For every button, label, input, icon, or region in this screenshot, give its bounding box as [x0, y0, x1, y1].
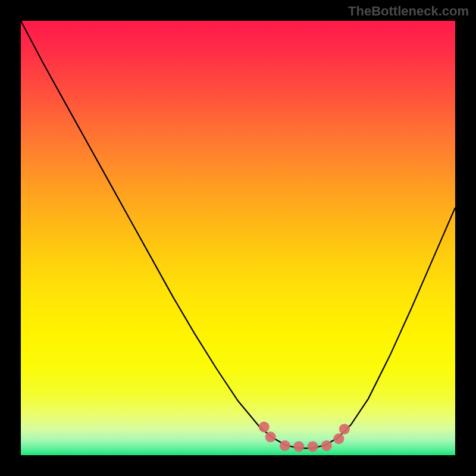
svg-point-6	[321, 440, 332, 451]
svg-point-3	[280, 440, 290, 451]
svg-point-5	[308, 441, 318, 452]
svg-point-7	[333, 433, 344, 444]
highlight-markers	[21, 21, 455, 455]
plot-area	[21, 21, 455, 455]
svg-point-2	[265, 431, 276, 442]
svg-point-4	[293, 441, 304, 452]
svg-point-8	[339, 424, 350, 434]
svg-point-1	[259, 422, 270, 433]
watermark-text: TheBottleneck.com	[348, 4, 469, 19]
